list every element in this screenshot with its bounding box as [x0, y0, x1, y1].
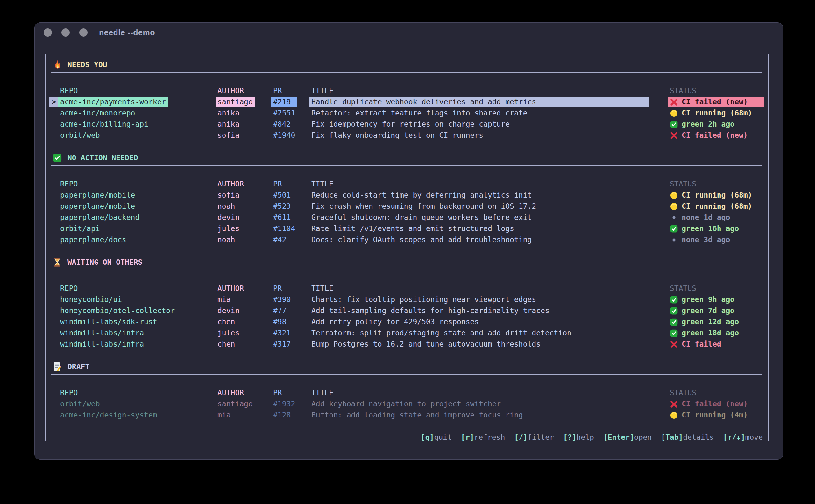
pr-row[interactable]: windmill-labs/sdk-rust chen #98 Add retr… — [49, 316, 764, 327]
status-text: green 7d ago — [682, 305, 734, 316]
column-header-title: TITLE — [311, 388, 670, 398]
status-chip: green 9h ago — [668, 294, 764, 305]
check-icon — [670, 307, 678, 315]
status-chip: CI running (68m) — [668, 190, 764, 200]
column-header-title: TITLE — [311, 179, 670, 189]
repo-cell: orbit/web — [60, 399, 217, 409]
close-button[interactable] — [44, 28, 52, 37]
repo-cell: paperplane/mobile — [60, 201, 217, 212]
status-cell: green 18d ago — [670, 328, 764, 338]
pr-row[interactable]: honeycombio/otel-collector devin #77 Add… — [49, 305, 764, 316]
key-hint-open[interactable]: [Enter]open — [603, 432, 652, 443]
key-hint-help[interactable]: [?]help — [563, 432, 594, 443]
zoom-button[interactable] — [79, 28, 88, 37]
key-hint-move[interactable]: [↑/↓]move — [723, 432, 763, 443]
status-cell: none 3d ago — [670, 235, 764, 245]
repo-cell: paperplane/mobile — [60, 190, 217, 200]
status-cell: green 9h ago — [670, 294, 764, 305]
section-rows: honeycombio/ui mia #390 Charts: fix tool… — [49, 294, 764, 350]
status-cell: CI failed (new) — [670, 130, 764, 141]
status-text: CI running (4m) — [682, 410, 748, 420]
repo-cell: acme-inc/payments-worker — [60, 97, 217, 107]
pr-row[interactable]: acme-inc/billing-api anika #842 Fix idem… — [49, 119, 764, 130]
cross-icon — [670, 131, 678, 140]
pr-number-cell: #321 — [273, 328, 311, 338]
pr-row[interactable]: orbit/api jules #1104 Rate limit /v1/eve… — [49, 223, 764, 234]
author-cell: noah — [217, 235, 273, 245]
section-header: NEEDS YOU — [49, 59, 764, 70]
pr-row[interactable]: windmill-labs/infra chen #317 Bump Postg… — [49, 339, 764, 350]
author-cell: mia — [217, 410, 273, 420]
title-cell: Add keyboard navigation to project switc… — [311, 399, 670, 409]
status-chip: green 7d ago — [668, 305, 764, 316]
status-text: CI running (68m) — [682, 201, 752, 212]
author-cell: anika — [217, 108, 273, 118]
key-hint-quit[interactable]: [q]quit — [421, 432, 452, 443]
section-header: NO ACTION NEEDED — [49, 152, 764, 163]
status-text: none 3d ago — [682, 235, 730, 245]
pr-row[interactable]: > acme-inc/payments-worker santiago #219… — [49, 96, 764, 108]
pr-row[interactable]: paperplane/mobile noah #523 Fix crash wh… — [49, 201, 764, 212]
column-header-repo: REPO — [60, 86, 217, 96]
check-icon — [53, 153, 62, 163]
status-cell: none 1d ago — [670, 212, 764, 223]
key-action-label: move — [745, 433, 763, 441]
key-hint-refresh[interactable]: [r]refresh — [461, 432, 505, 443]
status-text: CI failed (new) — [682, 399, 748, 409]
pr-number-cell: #842 — [273, 119, 311, 129]
section-divider — [51, 374, 762, 375]
pr-row[interactable]: paperplane/docs noah #42 Docs: clarify O… — [49, 234, 764, 245]
pr-number-cell: #611 — [273, 212, 311, 223]
hourglass-icon — [53, 257, 62, 267]
keybar: [q]quit [r]refresh [/]filter [?]help [En… — [49, 432, 764, 444]
repo-cell: honeycombio/ui — [60, 294, 217, 305]
key-name: [q] — [421, 433, 434, 441]
pr-row[interactable]: acme-inc/monorepo anika #2551 Refactor: … — [49, 108, 764, 119]
pr-number-cell: #501 — [273, 190, 311, 200]
status-chip: CI failed (new) — [668, 97, 764, 107]
status-cell: green 7d ago — [670, 305, 764, 316]
pr-row[interactable]: orbit/web sofia #1940 Fix flaky onboardi… — [49, 130, 764, 141]
status-chip: none 1d ago — [668, 212, 764, 223]
yellow-circle-icon — [670, 202, 678, 211]
pr-row[interactable]: acme-inc/design-system mia #128 Button: … — [49, 409, 764, 421]
column-header-author: AUTHOR — [217, 283, 273, 294]
key-hint-filter[interactable]: [/]filter — [514, 432, 554, 443]
repo-cell: orbit/web — [60, 130, 217, 141]
column-header-repo: REPO — [60, 283, 217, 294]
column-header-repo: REPO — [60, 179, 217, 189]
key-action-label: refresh — [474, 433, 505, 441]
title-cell: Button: add loading state and improve fo… — [311, 410, 670, 420]
status-cell: green 12d ago — [670, 317, 764, 327]
section-divider — [51, 165, 762, 166]
column-headers: REPO AUTHOR PR TITLE STATUS — [49, 179, 764, 190]
status-text: CI failed — [682, 339, 721, 349]
pr-number-cell: #98 — [273, 317, 311, 327]
title-cell: Add tail-sampling defaults for high-card… — [311, 305, 670, 316]
status-chip: green 12d ago — [668, 317, 764, 327]
section-label: WAITING ON OTHERS — [67, 258, 142, 266]
status-cell: CI failed — [670, 339, 764, 349]
section-header: WAITING ON OTHERS — [49, 256, 764, 268]
repo-cell: acme-inc/billing-api — [60, 119, 217, 129]
pr-row[interactable]: orbit/web santiago #1932 Add keyboard na… — [49, 398, 764, 409]
key-name: [Tab] — [661, 433, 683, 441]
pr-row[interactable]: windmill-labs/infra jules #321 Terraform… — [49, 327, 764, 339]
pr-number-cell: #219 — [273, 97, 311, 107]
key-name: [r] — [461, 433, 474, 441]
author-cell: jules — [217, 223, 273, 234]
key-hint-details[interactable]: [Tab]details — [661, 432, 714, 443]
pr-row[interactable]: paperplane/backend devin #611 Graceful s… — [49, 212, 764, 223]
status-chip: CI running (68m) — [668, 108, 764, 118]
sections-container: NEEDS YOU REPO AUTHOR PR TITLE STATUS > … — [49, 59, 764, 432]
minimize-button[interactable] — [61, 28, 70, 37]
repo-cell: windmill-labs/infra — [60, 328, 217, 338]
author-cell: chen — [217, 339, 273, 349]
author-cell: sofia — [217, 130, 273, 141]
pr-row[interactable]: honeycombio/ui mia #390 Charts: fix tool… — [49, 294, 764, 305]
section-divider — [51, 72, 762, 73]
pr-row[interactable]: paperplane/mobile sofia #501 Reduce cold… — [49, 190, 764, 201]
section-rows: paperplane/mobile sofia #501 Reduce cold… — [49, 190, 764, 245]
title-cell: Fix idempotency for retries on charge ca… — [311, 119, 670, 129]
column-header-status: STATUS — [670, 86, 764, 96]
